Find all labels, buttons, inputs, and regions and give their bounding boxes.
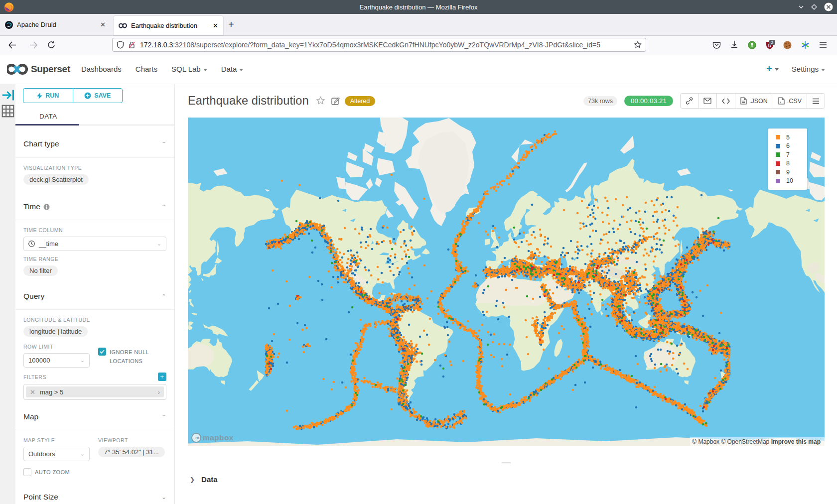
svg-text:2: 2 [771,40,774,44]
svg-text:m: m [195,435,199,440]
svg-text:© Mapbox © OpenStreetMap Impro: © Mapbox © OpenStreetMap Improve this ma… [692,438,821,445]
svg-text:mapbox: mapbox [203,433,234,442]
svg-text:x: x [780,101,781,104]
